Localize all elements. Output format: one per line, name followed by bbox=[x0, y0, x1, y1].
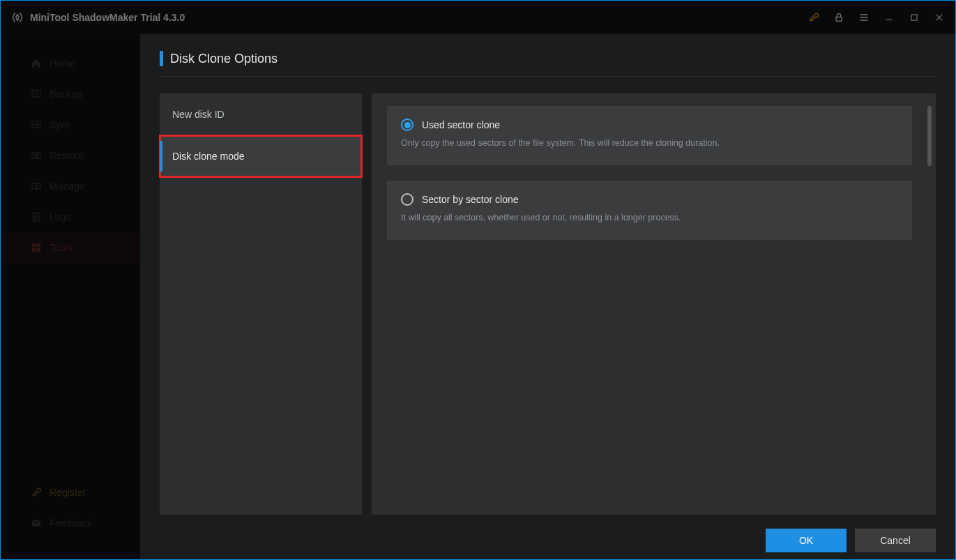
option-sector-by-sector-clone[interactable]: Sector by sector clone It will copy all … bbox=[387, 181, 912, 240]
sidebar-item-restore[interactable]: Restore bbox=[1, 140, 140, 171]
radio-button[interactable] bbox=[401, 119, 413, 131]
radio-row: Used sector clone bbox=[401, 119, 898, 131]
radio-button[interactable] bbox=[401, 193, 413, 206]
option-label: Used sector clone bbox=[422, 119, 500, 130]
scrollbar-track[interactable] bbox=[927, 106, 932, 502]
sidebar-item-feedback[interactable]: Feedback bbox=[1, 508, 140, 538]
maximize-icon[interactable] bbox=[908, 11, 920, 24]
sidebar-item-tools[interactable]: Tools bbox=[1, 232, 140, 263]
scrollbar-thumb[interactable] bbox=[927, 106, 932, 166]
key-icon bbox=[30, 486, 43, 499]
category-disk-clone-mode[interactable]: Disk clone mode bbox=[160, 135, 362, 177]
mail-icon bbox=[30, 517, 43, 529]
svg-rect-4 bbox=[32, 153, 40, 158]
app-title: MiniTool ShadowMaker Trial 4.3.0 bbox=[30, 12, 185, 23]
sync-icon bbox=[30, 119, 43, 131]
sidebar-item-register[interactable]: Register bbox=[1, 477, 140, 508]
page-header: Disk Clone Options bbox=[160, 51, 936, 77]
key-icon[interactable] bbox=[807, 11, 820, 24]
svg-rect-1 bbox=[911, 15, 917, 20]
sidebar-item-logs[interactable]: Logs bbox=[1, 202, 140, 232]
home-icon bbox=[30, 57, 43, 70]
tools-icon bbox=[30, 241, 43, 254]
svg-point-5 bbox=[35, 154, 38, 157]
menu-icon[interactable] bbox=[858, 11, 870, 24]
titlebar-right bbox=[807, 11, 946, 24]
titlebar-left: MiniTool ShadowMaker Trial 4.3.0 bbox=[10, 10, 185, 24]
restore-icon bbox=[30, 149, 43, 162]
body: Home Backup Sync Restore Manage bbox=[1, 34, 955, 559]
backup-icon bbox=[30, 88, 43, 100]
svg-rect-11 bbox=[37, 248, 40, 252]
main: Disk Clone Options New disk ID Disk clon… bbox=[140, 34, 955, 559]
app-logo-icon bbox=[10, 10, 24, 24]
logs-icon bbox=[30, 211, 43, 223]
option-used-sector-clone[interactable]: Used sector clone Only copy the used sec… bbox=[387, 106, 912, 165]
options-category-panel: New disk ID Disk clone mode bbox=[160, 93, 362, 515]
option-description: It will copy all sectors, whether used o… bbox=[401, 211, 898, 225]
minimize-icon[interactable] bbox=[883, 11, 895, 24]
sidebar: Home Backup Sync Restore Manage bbox=[1, 34, 140, 559]
category-new-disk-id[interactable]: New disk ID bbox=[160, 93, 362, 135]
sidebar-item-backup[interactable]: Backup bbox=[1, 79, 140, 109]
sidebar-item-sync[interactable]: Sync bbox=[1, 109, 140, 140]
cancel-button[interactable]: Cancel bbox=[855, 529, 936, 552]
app-window: MiniTool ShadowMaker Trial 4.3.0 bbox=[0, 0, 956, 560]
svg-rect-8 bbox=[32, 243, 36, 247]
svg-rect-2 bbox=[32, 91, 40, 97]
page-title: Disk Clone Options bbox=[170, 52, 278, 66]
header-accent-bar bbox=[160, 51, 163, 66]
lock-icon[interactable] bbox=[833, 11, 845, 24]
radio-row: Sector by sector clone bbox=[401, 193, 898, 206]
close-icon[interactable] bbox=[933, 11, 946, 24]
option-description: Only copy the used sectors of the file s… bbox=[401, 137, 898, 150]
panels: New disk ID Disk clone mode Used sector … bbox=[160, 93, 936, 522]
svg-rect-0 bbox=[836, 17, 842, 21]
sidebar-item-manage[interactable]: Manage bbox=[1, 171, 140, 202]
sidebar-bottom: Register Feedback bbox=[1, 477, 140, 538]
sidebar-item-home[interactable]: Home bbox=[1, 48, 140, 79]
svg-rect-9 bbox=[37, 243, 40, 247]
option-label: Sector by sector clone bbox=[422, 194, 519, 205]
category-label: New disk ID bbox=[172, 109, 225, 120]
manage-icon bbox=[30, 180, 43, 192]
svg-rect-10 bbox=[32, 248, 36, 252]
titlebar: MiniTool ShadowMaker Trial 4.3.0 bbox=[1, 1, 955, 34]
category-label: Disk clone mode bbox=[172, 151, 245, 162]
footer: OK Cancel bbox=[140, 522, 955, 559]
ok-button[interactable]: OK bbox=[766, 529, 847, 552]
sidebar-top: Home Backup Sync Restore Manage bbox=[1, 48, 140, 263]
main-inner: Disk Clone Options New disk ID Disk clon… bbox=[140, 34, 955, 522]
options-detail-panel: Used sector clone Only copy the used sec… bbox=[372, 93, 936, 515]
